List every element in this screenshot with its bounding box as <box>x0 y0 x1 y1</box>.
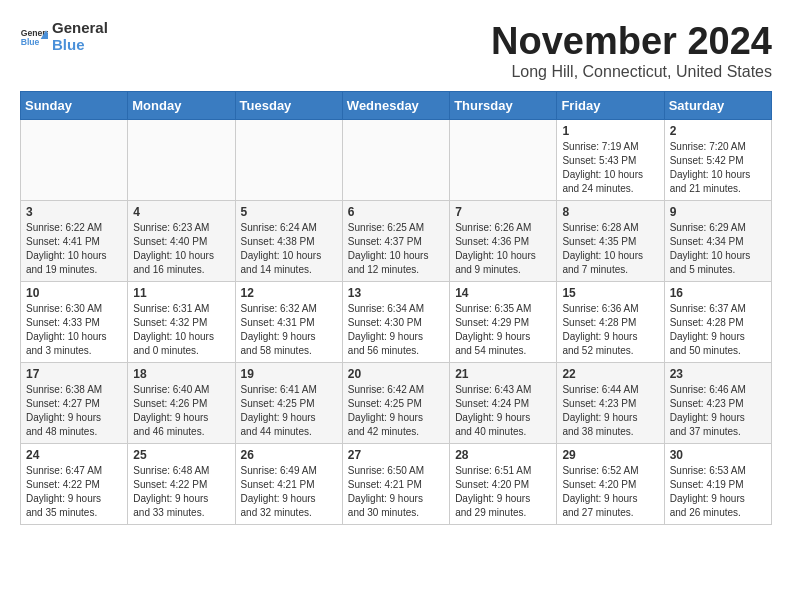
day-detail: Sunrise: 6:23 AM Sunset: 4:40 PM Dayligh… <box>133 221 229 277</box>
day-number: 10 <box>26 286 122 300</box>
calendar-week-1: 1Sunrise: 7:19 AM Sunset: 5:43 PM Daylig… <box>21 120 772 201</box>
day-detail: Sunrise: 6:31 AM Sunset: 4:32 PM Dayligh… <box>133 302 229 358</box>
day-detail: Sunrise: 6:26 AM Sunset: 4:36 PM Dayligh… <box>455 221 551 277</box>
calendar-cell: 28Sunrise: 6:51 AM Sunset: 4:20 PM Dayli… <box>450 444 557 525</box>
calendar-cell <box>342 120 449 201</box>
day-number: 27 <box>348 448 444 462</box>
weekday-header-row: SundayMondayTuesdayWednesdayThursdayFrid… <box>21 92 772 120</box>
day-detail: Sunrise: 6:38 AM Sunset: 4:27 PM Dayligh… <box>26 383 122 439</box>
page-header: General Blue General Blue November 2024 … <box>20 20 772 81</box>
calendar-cell <box>128 120 235 201</box>
day-number: 18 <box>133 367 229 381</box>
day-number: 11 <box>133 286 229 300</box>
day-number: 15 <box>562 286 658 300</box>
day-detail: Sunrise: 6:43 AM Sunset: 4:24 PM Dayligh… <box>455 383 551 439</box>
calendar-cell: 7Sunrise: 6:26 AM Sunset: 4:36 PM Daylig… <box>450 201 557 282</box>
day-detail: Sunrise: 6:47 AM Sunset: 4:22 PM Dayligh… <box>26 464 122 520</box>
calendar-week-2: 3Sunrise: 6:22 AM Sunset: 4:41 PM Daylig… <box>21 201 772 282</box>
day-detail: Sunrise: 7:20 AM Sunset: 5:42 PM Dayligh… <box>670 140 766 196</box>
day-detail: Sunrise: 6:46 AM Sunset: 4:23 PM Dayligh… <box>670 383 766 439</box>
day-number: 21 <box>455 367 551 381</box>
day-number: 12 <box>241 286 337 300</box>
day-detail: Sunrise: 6:40 AM Sunset: 4:26 PM Dayligh… <box>133 383 229 439</box>
logo-blue-text: Blue <box>52 37 108 54</box>
weekday-header-saturday: Saturday <box>664 92 771 120</box>
day-detail: Sunrise: 6:53 AM Sunset: 4:19 PM Dayligh… <box>670 464 766 520</box>
day-number: 25 <box>133 448 229 462</box>
day-number: 17 <box>26 367 122 381</box>
day-detail: Sunrise: 6:37 AM Sunset: 4:28 PM Dayligh… <box>670 302 766 358</box>
day-detail: Sunrise: 6:51 AM Sunset: 4:20 PM Dayligh… <box>455 464 551 520</box>
weekday-header-wednesday: Wednesday <box>342 92 449 120</box>
day-number: 9 <box>670 205 766 219</box>
day-number: 7 <box>455 205 551 219</box>
calendar-cell: 11Sunrise: 6:31 AM Sunset: 4:32 PM Dayli… <box>128 282 235 363</box>
calendar-cell: 10Sunrise: 6:30 AM Sunset: 4:33 PM Dayli… <box>21 282 128 363</box>
day-detail: Sunrise: 6:48 AM Sunset: 4:22 PM Dayligh… <box>133 464 229 520</box>
calendar-cell <box>21 120 128 201</box>
calendar-cell: 16Sunrise: 6:37 AM Sunset: 4:28 PM Dayli… <box>664 282 771 363</box>
calendar-header: SundayMondayTuesdayWednesdayThursdayFrid… <box>21 92 772 120</box>
calendar-cell: 4Sunrise: 6:23 AM Sunset: 4:40 PM Daylig… <box>128 201 235 282</box>
day-number: 28 <box>455 448 551 462</box>
logo-icon: General Blue <box>20 27 48 47</box>
day-detail: Sunrise: 6:32 AM Sunset: 4:31 PM Dayligh… <box>241 302 337 358</box>
title-area: November 2024 Long Hill, Connecticut, Un… <box>491 20 772 81</box>
day-number: 6 <box>348 205 444 219</box>
day-detail: Sunrise: 6:30 AM Sunset: 4:33 PM Dayligh… <box>26 302 122 358</box>
day-number: 24 <box>26 448 122 462</box>
calendar-cell: 3Sunrise: 6:22 AM Sunset: 4:41 PM Daylig… <box>21 201 128 282</box>
weekday-header-tuesday: Tuesday <box>235 92 342 120</box>
weekday-header-monday: Monday <box>128 92 235 120</box>
calendar-cell: 24Sunrise: 6:47 AM Sunset: 4:22 PM Dayli… <box>21 444 128 525</box>
calendar-cell: 17Sunrise: 6:38 AM Sunset: 4:27 PM Dayli… <box>21 363 128 444</box>
calendar-cell: 2Sunrise: 7:20 AM Sunset: 5:42 PM Daylig… <box>664 120 771 201</box>
calendar-cell: 20Sunrise: 6:42 AM Sunset: 4:25 PM Dayli… <box>342 363 449 444</box>
svg-text:Blue: Blue <box>21 37 40 47</box>
day-number: 19 <box>241 367 337 381</box>
day-detail: Sunrise: 7:19 AM Sunset: 5:43 PM Dayligh… <box>562 140 658 196</box>
day-number: 5 <box>241 205 337 219</box>
day-detail: Sunrise: 6:35 AM Sunset: 4:29 PM Dayligh… <box>455 302 551 358</box>
day-number: 22 <box>562 367 658 381</box>
calendar-cell: 29Sunrise: 6:52 AM Sunset: 4:20 PM Dayli… <box>557 444 664 525</box>
day-number: 14 <box>455 286 551 300</box>
calendar-cell: 9Sunrise: 6:29 AM Sunset: 4:34 PM Daylig… <box>664 201 771 282</box>
calendar-cell: 15Sunrise: 6:36 AM Sunset: 4:28 PM Dayli… <box>557 282 664 363</box>
calendar-cell <box>235 120 342 201</box>
day-number: 1 <box>562 124 658 138</box>
calendar-cell: 22Sunrise: 6:44 AM Sunset: 4:23 PM Dayli… <box>557 363 664 444</box>
logo: General Blue General Blue <box>20 20 108 53</box>
day-detail: Sunrise: 6:49 AM Sunset: 4:21 PM Dayligh… <box>241 464 337 520</box>
calendar-cell: 19Sunrise: 6:41 AM Sunset: 4:25 PM Dayli… <box>235 363 342 444</box>
calendar-cell: 12Sunrise: 6:32 AM Sunset: 4:31 PM Dayli… <box>235 282 342 363</box>
day-detail: Sunrise: 6:22 AM Sunset: 4:41 PM Dayligh… <box>26 221 122 277</box>
day-number: 3 <box>26 205 122 219</box>
day-number: 2 <box>670 124 766 138</box>
calendar-body: 1Sunrise: 7:19 AM Sunset: 5:43 PM Daylig… <box>21 120 772 525</box>
calendar-cell: 8Sunrise: 6:28 AM Sunset: 4:35 PM Daylig… <box>557 201 664 282</box>
month-title: November 2024 <box>491 20 772 63</box>
calendar-week-3: 10Sunrise: 6:30 AM Sunset: 4:33 PM Dayli… <box>21 282 772 363</box>
day-detail: Sunrise: 6:28 AM Sunset: 4:35 PM Dayligh… <box>562 221 658 277</box>
day-number: 8 <box>562 205 658 219</box>
calendar-cell: 13Sunrise: 6:34 AM Sunset: 4:30 PM Dayli… <box>342 282 449 363</box>
day-detail: Sunrise: 6:25 AM Sunset: 4:37 PM Dayligh… <box>348 221 444 277</box>
day-detail: Sunrise: 6:41 AM Sunset: 4:25 PM Dayligh… <box>241 383 337 439</box>
day-detail: Sunrise: 6:50 AM Sunset: 4:21 PM Dayligh… <box>348 464 444 520</box>
day-detail: Sunrise: 6:44 AM Sunset: 4:23 PM Dayligh… <box>562 383 658 439</box>
calendar-week-4: 17Sunrise: 6:38 AM Sunset: 4:27 PM Dayli… <box>21 363 772 444</box>
location-title: Long Hill, Connecticut, United States <box>491 63 772 81</box>
day-number: 29 <box>562 448 658 462</box>
day-number: 30 <box>670 448 766 462</box>
weekday-header-friday: Friday <box>557 92 664 120</box>
weekday-header-sunday: Sunday <box>21 92 128 120</box>
day-detail: Sunrise: 6:42 AM Sunset: 4:25 PM Dayligh… <box>348 383 444 439</box>
calendar-cell: 5Sunrise: 6:24 AM Sunset: 4:38 PM Daylig… <box>235 201 342 282</box>
calendar-cell: 21Sunrise: 6:43 AM Sunset: 4:24 PM Dayli… <box>450 363 557 444</box>
day-number: 13 <box>348 286 444 300</box>
calendar-cell: 1Sunrise: 7:19 AM Sunset: 5:43 PM Daylig… <box>557 120 664 201</box>
calendar-cell: 18Sunrise: 6:40 AM Sunset: 4:26 PM Dayli… <box>128 363 235 444</box>
day-number: 16 <box>670 286 766 300</box>
calendar-cell: 14Sunrise: 6:35 AM Sunset: 4:29 PM Dayli… <box>450 282 557 363</box>
